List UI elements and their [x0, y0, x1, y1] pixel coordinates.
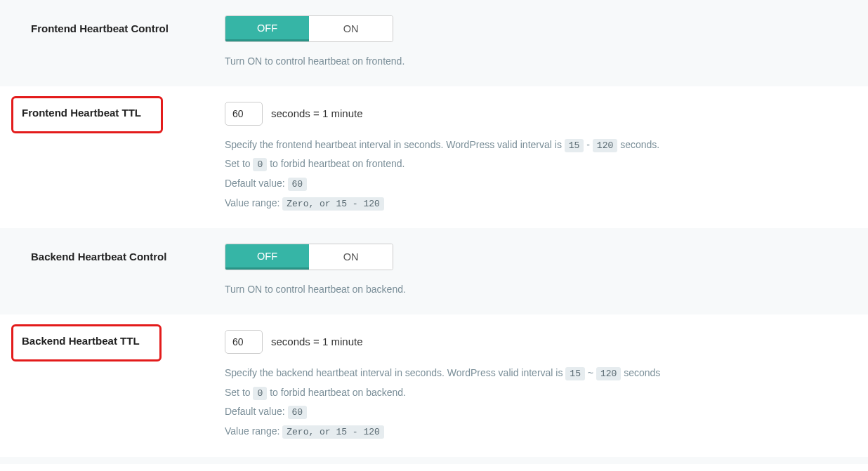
content-col: seconds = 1 minute Specify the frontend …	[225, 102, 868, 213]
row-frontend-heartbeat-ttl: Frontend Heartbeat TTL seconds = 1 minut…	[0, 86, 868, 229]
frontend-ttl-equals: seconds = 1 minute	[271, 107, 363, 119]
toggle-off[interactable]: OFF	[225, 244, 309, 270]
code-default: 60	[288, 178, 308, 191]
row-frontend-heartbeat-control: Frontend Heartbeat Control OFF ON Turn O…	[0, 0, 868, 86]
toggle-off[interactable]: OFF	[225, 16, 309, 41]
code-range: Zero, or 15 - 120	[282, 197, 384, 211]
toggle-backend-heartbeat-control[interactable]: OFF ON	[225, 244, 393, 270]
highlight-box: Backend Heartbeat TTL	[11, 324, 162, 361]
code-zero: 0	[253, 158, 267, 171]
code-zero: 0	[253, 387, 267, 400]
code-min: 15	[565, 367, 585, 380]
label-col: Backend Heartbeat TTL	[31, 330, 225, 442]
hint-backend-ttl: Specify the backend heartbeat interval i…	[225, 364, 868, 442]
code-range: Zero, or 15 - 120	[282, 425, 384, 439]
content-col: seconds = 1 minute Specify the backend h…	[225, 330, 868, 442]
label-col: Frontend Heartbeat Control	[31, 15, 225, 71]
divider	[0, 457, 868, 464]
label-col: Frontend Heartbeat TTL	[31, 102, 225, 213]
label-frontend-heartbeat-control: Frontend Heartbeat Control	[31, 22, 169, 34]
code-min: 15	[565, 139, 584, 152]
hint-frontend-ttl: Specify the frontend heartbeat interval …	[225, 135, 868, 213]
hint-backend-control: Turn ON to control heartbeat on backend.	[225, 280, 868, 299]
toggle-on[interactable]: ON	[309, 16, 393, 41]
code-max: 120	[596, 367, 621, 380]
code-max: 120	[593, 139, 617, 152]
toggle-frontend-heartbeat-control[interactable]: OFF ON	[225, 15, 393, 42]
label-backend-heartbeat-ttl: Backend Heartbeat TTL	[22, 335, 140, 347]
code-default: 60	[288, 406, 308, 419]
input-frontend-ttl[interactable]	[225, 102, 263, 126]
highlight-box: Frontend Heartbeat TTL	[11, 96, 163, 133]
row-backend-heartbeat-control: Backend Heartbeat Control OFF ON Turn ON…	[0, 228, 868, 314]
label-backend-heartbeat-control: Backend Heartbeat Control	[31, 251, 166, 263]
hint-frontend-control: Turn ON to control heartbeat on frontend…	[225, 52, 868, 71]
label-col: Backend Heartbeat Control	[31, 244, 225, 299]
label-frontend-heartbeat-ttl: Frontend Heartbeat TTL	[22, 107, 141, 119]
row-backend-heartbeat-ttl: Backend Heartbeat TTL seconds = 1 minute…	[0, 314, 868, 457]
backend-ttl-equals: seconds = 1 minute	[271, 336, 363, 347]
toggle-on[interactable]: ON	[309, 244, 393, 270]
content-col: OFF ON Turn ON to control heartbeat on b…	[225, 244, 868, 299]
input-backend-ttl[interactable]	[225, 330, 263, 354]
content-col: OFF ON Turn ON to control heartbeat on f…	[225, 15, 868, 71]
